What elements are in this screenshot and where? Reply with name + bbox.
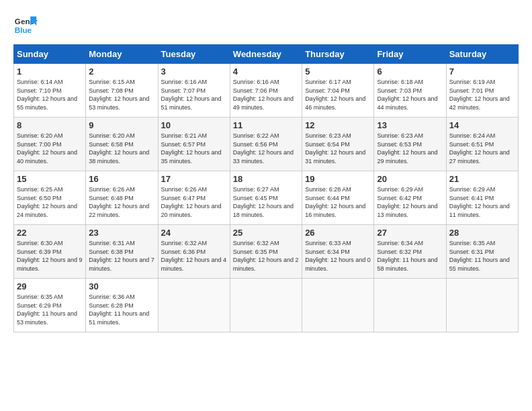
day-info: Sunrise: 6:22 AMSunset: 6:56 PMDaylight:… <box>233 132 299 165</box>
weekday-header: Saturday <box>446 45 518 64</box>
day-number: 4 <box>233 66 299 77</box>
calendar-cell: 28 Sunrise: 6:35 AMSunset: 6:31 PMDaylig… <box>446 225 518 279</box>
day-number: 2 <box>89 66 154 77</box>
weekday-header: Wednesday <box>230 45 302 64</box>
day-info: Sunrise: 6:35 AMSunset: 6:31 PMDaylight:… <box>449 239 515 273</box>
day-info: Sunrise: 6:32 AMSunset: 6:35 PMDaylight:… <box>233 239 299 273</box>
calendar-table: SundayMondayTuesdayWednesdayThursdayFrid… <box>13 44 519 332</box>
calendar-cell: 15 Sunrise: 6:25 AMSunset: 6:50 PMDaylig… <box>14 171 86 225</box>
day-number: 28 <box>449 228 515 238</box>
day-info: Sunrise: 6:20 AMSunset: 7:00 PMDaylight:… <box>17 132 83 165</box>
day-number: 12 <box>305 120 371 130</box>
day-number: 24 <box>161 228 227 238</box>
calendar-cell: 13 Sunrise: 6:23 AMSunset: 6:53 PMDaylig… <box>374 118 446 171</box>
calendar-cell: 16 Sunrise: 6:26 AMSunset: 6:48 PMDaylig… <box>86 171 158 225</box>
calendar-week: 29 Sunrise: 6:35 AMSunset: 6:29 PMDaylig… <box>14 279 519 332</box>
calendar-cell: 5 Sunrise: 6:17 AMSunset: 7:04 PMDayligh… <box>302 64 374 118</box>
day-number: 1 <box>17 66 83 77</box>
day-number: 27 <box>377 228 443 238</box>
weekday-header: Tuesday <box>158 45 230 64</box>
calendar-cell: 20 Sunrise: 6:29 AMSunset: 6:42 PMDaylig… <box>374 171 446 225</box>
calendar-cell: 2 Sunrise: 6:15 AMSunset: 7:08 PMDayligh… <box>86 64 158 118</box>
day-number: 15 <box>17 174 83 184</box>
calendar-cell: 18 Sunrise: 6:27 AMSunset: 6:45 PMDaylig… <box>230 171 302 225</box>
calendar-cell <box>158 279 230 332</box>
calendar-cell: 9 Sunrise: 6:20 AMSunset: 6:58 PMDayligh… <box>86 118 158 171</box>
day-number: 6 <box>377 66 443 77</box>
day-info: Sunrise: 6:33 AMSunset: 6:34 PMDaylight:… <box>305 239 371 273</box>
day-number: 26 <box>305 228 371 238</box>
weekday-header: Friday <box>374 45 446 64</box>
day-number: 8 <box>17 120 83 130</box>
day-info: Sunrise: 6:31 AMSunset: 6:38 PMDaylight:… <box>89 239 154 273</box>
day-info: Sunrise: 6:24 AMSunset: 6:51 PMDaylight:… <box>449 132 515 165</box>
weekday-header: Sunday <box>14 45 86 64</box>
calendar-header: SundayMondayTuesdayWednesdayThursdayFrid… <box>14 45 519 64</box>
calendar-cell: 10 Sunrise: 6:21 AMSunset: 6:57 PMDaylig… <box>158 118 230 171</box>
calendar-cell: 30 Sunrise: 6:36 AMSunset: 6:28 PMDaylig… <box>86 279 158 332</box>
day-info: Sunrise: 6:18 AMSunset: 7:03 PMDaylight:… <box>377 78 443 111</box>
calendar-week: 1 Sunrise: 6:14 AMSunset: 7:10 PMDayligh… <box>14 64 519 118</box>
day-info: Sunrise: 6:34 AMSunset: 6:32 PMDaylight:… <box>377 239 443 273</box>
logo-icon: General Blue <box>13 13 38 38</box>
day-number: 30 <box>89 281 154 291</box>
day-info: Sunrise: 6:27 AMSunset: 6:45 PMDaylight:… <box>233 185 299 219</box>
day-info: Sunrise: 6:30 AMSunset: 6:39 PMDaylight:… <box>17 239 83 273</box>
day-info: Sunrise: 6:16 AMSunset: 7:06 PMDaylight:… <box>233 78 299 111</box>
calendar-cell: 8 Sunrise: 6:20 AMSunset: 7:00 PMDayligh… <box>14 118 86 171</box>
calendar-cell: 12 Sunrise: 6:23 AMSunset: 6:54 PMDaylig… <box>302 118 374 171</box>
weekday-header: Thursday <box>302 45 374 64</box>
day-info: Sunrise: 6:26 AMSunset: 6:47 PMDaylight:… <box>161 185 227 219</box>
day-number: 14 <box>449 120 515 130</box>
day-info: Sunrise: 6:32 AMSunset: 6:36 PMDaylight:… <box>161 239 227 273</box>
day-info: Sunrise: 6:29 AMSunset: 6:42 PMDaylight:… <box>377 185 443 219</box>
calendar-cell: 7 Sunrise: 6:19 AMSunset: 7:01 PMDayligh… <box>446 64 518 118</box>
page-container: General Blue SundayMondayTuesdayWednesda… <box>0 0 532 339</box>
day-info: Sunrise: 6:19 AMSunset: 7:01 PMDaylight:… <box>449 78 515 111</box>
weekday-header: Monday <box>86 45 158 64</box>
calendar-week: 15 Sunrise: 6:25 AMSunset: 6:50 PMDaylig… <box>14 171 519 225</box>
day-number: 17 <box>161 174 227 184</box>
day-info: Sunrise: 6:21 AMSunset: 6:57 PMDaylight:… <box>161 132 227 165</box>
calendar-cell <box>230 279 302 332</box>
day-number: 25 <box>233 228 299 238</box>
calendar-cell: 24 Sunrise: 6:32 AMSunset: 6:36 PMDaylig… <box>158 225 230 279</box>
calendar-cell: 23 Sunrise: 6:31 AMSunset: 6:38 PMDaylig… <box>86 225 158 279</box>
page-header: General Blue <box>13 13 519 38</box>
calendar-week: 8 Sunrise: 6:20 AMSunset: 7:00 PMDayligh… <box>14 118 519 171</box>
day-number: 23 <box>89 228 154 238</box>
day-number: 22 <box>17 228 83 238</box>
calendar-cell: 27 Sunrise: 6:34 AMSunset: 6:32 PMDaylig… <box>374 225 446 279</box>
svg-text:Blue: Blue <box>15 26 32 34</box>
day-number: 3 <box>161 66 227 77</box>
day-number: 29 <box>17 281 83 291</box>
calendar-cell: 4 Sunrise: 6:16 AMSunset: 7:06 PMDayligh… <box>230 64 302 118</box>
day-number: 21 <box>449 174 515 184</box>
day-info: Sunrise: 6:35 AMSunset: 6:29 PMDaylight:… <box>17 293 83 326</box>
calendar-week: 22 Sunrise: 6:30 AMSunset: 6:39 PMDaylig… <box>14 225 519 279</box>
day-number: 11 <box>233 120 299 130</box>
day-number: 20 <box>377 174 443 184</box>
day-number: 19 <box>305 174 371 184</box>
calendar-cell: 11 Sunrise: 6:22 AMSunset: 6:56 PMDaylig… <box>230 118 302 171</box>
day-info: Sunrise: 6:26 AMSunset: 6:48 PMDaylight:… <box>89 185 154 219</box>
calendar-cell: 17 Sunrise: 6:26 AMSunset: 6:47 PMDaylig… <box>158 171 230 225</box>
calendar-cell: 21 Sunrise: 6:29 AMSunset: 6:41 PMDaylig… <box>446 171 518 225</box>
day-number: 13 <box>377 120 443 130</box>
day-info: Sunrise: 6:15 AMSunset: 7:08 PMDaylight:… <box>89 78 154 111</box>
day-info: Sunrise: 6:20 AMSunset: 6:58 PMDaylight:… <box>89 132 154 165</box>
calendar-cell: 14 Sunrise: 6:24 AMSunset: 6:51 PMDaylig… <box>446 118 518 171</box>
calendar-cell: 6 Sunrise: 6:18 AMSunset: 7:03 PMDayligh… <box>374 64 446 118</box>
header-row: SundayMondayTuesdayWednesdayThursdayFrid… <box>14 45 519 64</box>
day-info: Sunrise: 6:17 AMSunset: 7:04 PMDaylight:… <box>305 78 371 111</box>
logo: General Blue <box>13 13 40 38</box>
calendar-cell: 3 Sunrise: 6:16 AMSunset: 7:07 PMDayligh… <box>158 64 230 118</box>
day-number: 5 <box>305 66 371 77</box>
calendar-cell: 26 Sunrise: 6:33 AMSunset: 6:34 PMDaylig… <box>302 225 374 279</box>
day-info: Sunrise: 6:29 AMSunset: 6:41 PMDaylight:… <box>449 185 515 219</box>
calendar-body: 1 Sunrise: 6:14 AMSunset: 7:10 PMDayligh… <box>14 64 519 332</box>
calendar-cell: 29 Sunrise: 6:35 AMSunset: 6:29 PMDaylig… <box>14 279 86 332</box>
day-info: Sunrise: 6:36 AMSunset: 6:28 PMDaylight:… <box>89 293 154 326</box>
day-info: Sunrise: 6:23 AMSunset: 6:53 PMDaylight:… <box>377 132 443 165</box>
day-number: 18 <box>233 174 299 184</box>
